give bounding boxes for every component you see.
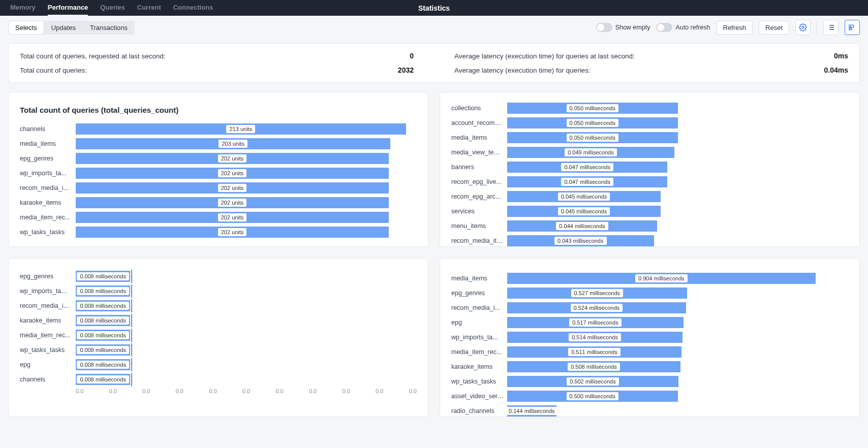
chart-row-label: radio_channels — [451, 407, 507, 414]
chart-value-badge: 0.047 milliseconds — [561, 163, 613, 171]
topbar: MemoryPerformanceQueriesCurrentConnectio… — [0, 0, 868, 16]
chart-bar: 202 units — [76, 227, 389, 238]
chart-row-track: 0.500 milliseconds — [507, 391, 848, 402]
chart-value-badge: 0.050 milliseconds — [567, 119, 619, 127]
chart-row-label: media_items — [451, 134, 507, 141]
summary-label: Total count of queries: — [20, 67, 87, 74]
axis-tick: 0.0 — [76, 388, 83, 394]
toggle-auto-refresh[interactable]: Auto refresh — [656, 23, 710, 32]
charts-grid: Total count of queries (total_queries_co… — [8, 92, 860, 417]
chart-row-label: epg_genres — [20, 273, 76, 280]
segment-group: SelectsUpdatesTransactions — [8, 21, 135, 35]
chart-avg-latency-small: epg_genres0.008 millisecondswp_imports_t… — [8, 258, 428, 417]
chart-row: services0.045 milliseconds — [451, 206, 848, 217]
chart-row-label: media_item_rec... — [20, 332, 76, 339]
chart-value-badge: 0.008 milliseconds — [77, 302, 129, 310]
chart-value-badge: 0.008 milliseconds — [77, 272, 129, 280]
chart-value-badge: 0.508 milliseconds — [568, 363, 620, 371]
topnav-item-memory[interactable]: Memory — [10, 0, 36, 16]
summary-label: Average latency (execution time) for que… — [454, 52, 635, 60]
switch-icon[interactable] — [596, 23, 612, 32]
chart-row-label: collections — [451, 105, 507, 112]
chart-row-label: epg — [451, 319, 507, 326]
chart-row-label: services — [451, 208, 507, 215]
segment-transactions[interactable]: Transactions — [83, 21, 135, 35]
chart-row-track: 0.508 milliseconds — [507, 361, 848, 372]
chart-row-track: 213 units — [76, 123, 417, 135]
chart-row: epg0.008 milliseconds — [20, 359, 417, 370]
chart-row-track: 0.904 milliseconds — [507, 273, 848, 284]
view-list-button[interactable] — [823, 20, 839, 35]
summary-row: Total count of queries, requested at las… — [20, 52, 414, 60]
axis-tick: 0.0 — [409, 388, 417, 394]
chart-bar: 202 units — [76, 182, 389, 194]
chart-row: recom_epg_live...0.047 milliseconds — [451, 176, 848, 187]
chart-row: media_item_rec...202 units — [20, 212, 417, 223]
chart-row-track: 0.524 milliseconds — [507, 302, 848, 313]
refresh-button[interactable]: Refresh — [717, 21, 753, 35]
chart-value-badge: 0.502 milliseconds — [567, 377, 619, 386]
chart-value-badge: 0.045 milliseconds — [558, 193, 610, 201]
chart-row-track: 0.047 milliseconds — [507, 162, 848, 173]
segment-updates[interactable]: Updates — [44, 21, 83, 35]
bar-chart-icon — [848, 23, 856, 31]
toggle-label: Auto refresh — [675, 24, 710, 31]
chart-row-label: banners — [451, 164, 507, 171]
chart-row-label: channels — [20, 125, 76, 133]
chart-bar: 0.008 milliseconds — [76, 344, 130, 356]
topnav-item-current[interactable]: Current — [137, 0, 161, 16]
chart-row: karaoke_items202 units — [20, 197, 417, 208]
chart-row-label: karaoke_items — [451, 363, 507, 370]
toggle-show-empty[interactable]: Show empty — [596, 23, 650, 32]
chart-row: epg_genres0.008 milliseconds — [20, 271, 417, 282]
chart-value-badge: 0.511 milliseconds — [568, 348, 621, 356]
axis-tick: 0.0 — [309, 388, 317, 394]
view-chart-button[interactable] — [845, 20, 860, 35]
chart-value-badge: 0.008 milliseconds — [77, 361, 129, 369]
topnav-item-performance[interactable]: Performance — [48, 0, 88, 16]
chart-row: menu_items0.044 milliseconds — [451, 220, 848, 232]
chart-row-track: 0.045 milliseconds — [507, 206, 848, 217]
segment-selects[interactable]: Selects — [8, 21, 44, 35]
chart-bar: 0.008 milliseconds — [76, 374, 130, 385]
chart-row: wp_tasks_tasks0.502 milliseconds — [451, 376, 848, 387]
chart-row-track: 0.045 milliseconds — [507, 191, 848, 202]
chart-row-track: 202 units — [76, 168, 417, 179]
chart-row-track: 0.511 milliseconds — [507, 346, 848, 358]
axis-tick: 0.0 — [242, 388, 250, 394]
settings-button[interactable] — [795, 20, 811, 35]
divider — [817, 22, 817, 33]
chart-row: epg0.517 milliseconds — [451, 317, 848, 328]
subbar: SelectsUpdatesTransactions Show empty Au… — [0, 16, 868, 39]
chart-bar: 202 units — [76, 197, 389, 208]
chart-row: radio_channels0.144 milliseconds — [451, 405, 848, 417]
chart-bar: 213 units — [76, 123, 406, 135]
topnav-item-connections[interactable]: Connections — [173, 0, 213, 16]
axis-tick: 0.0 — [275, 388, 283, 394]
chart-row: media_item_rec...0.008 milliseconds — [20, 330, 417, 341]
chart-value-badge: 0.514 milliseconds — [569, 333, 621, 341]
chart-value-badge: 0.049 milliseconds — [565, 148, 617, 156]
chart-bar: 0.047 milliseconds — [507, 176, 667, 187]
chart-bar: 0.008 milliseconds — [76, 300, 130, 311]
chart-row-track: 0.008 milliseconds — [76, 285, 417, 297]
chart-value-badge: 0.008 milliseconds — [77, 346, 129, 354]
chart-row: account_recomm...0.050 milliseconds — [451, 117, 848, 129]
chart-value-badge: 0.045 milliseconds — [558, 207, 610, 215]
chart-row: recom_media_i...0.524 milliseconds — [451, 302, 848, 313]
chart-row: recom_media_i...202 units — [20, 182, 417, 194]
chart-row-label: recom_media_ite... — [451, 237, 507, 244]
chart-bar: 202 units — [76, 212, 389, 223]
chart-row: asset_video_serv...0.500 milliseconds — [451, 391, 848, 402]
chart-bar: 202 units — [76, 168, 389, 179]
switch-icon[interactable] — [656, 23, 672, 32]
toggle-label: Show empty — [615, 24, 650, 31]
chart-value-badge: 202 units — [218, 184, 247, 192]
axis-tick: 0.0 — [343, 388, 350, 394]
chart-bar: 0.045 milliseconds — [507, 206, 661, 217]
chart-bar: 0.508 milliseconds — [507, 361, 680, 372]
reset-button[interactable]: Reset — [759, 21, 789, 35]
chart-value-badge: 0.008 milliseconds — [77, 287, 129, 295]
chart-row-track: 0.514 milliseconds — [507, 332, 848, 343]
topnav-item-queries[interactable]: Queries — [100, 0, 125, 16]
